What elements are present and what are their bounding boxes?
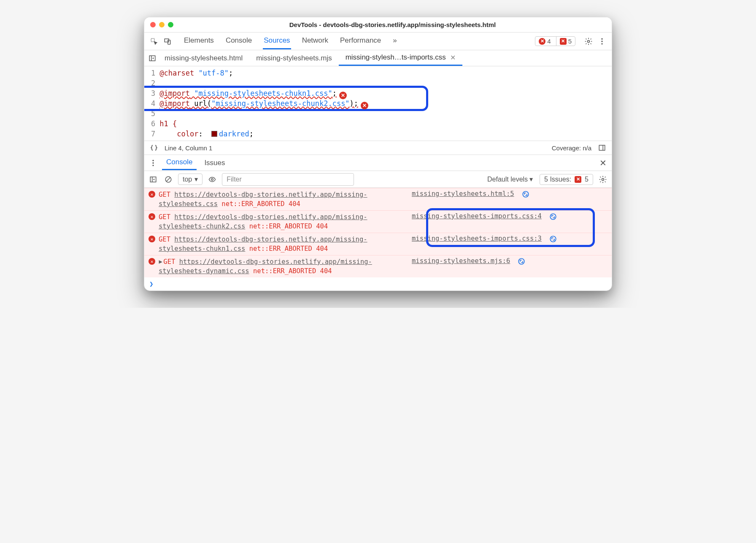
code-content[interactable]: @charset "utf-8"; @import "missing-style…: [159, 66, 612, 141]
close-tab-icon[interactable]: ✕: [450, 54, 456, 62]
svg-point-14: [211, 178, 213, 180]
error-icon: ✕: [148, 191, 155, 198]
issues-button[interactable]: 5 Issues: ✕ 5: [540, 174, 593, 185]
svg-point-10: [152, 162, 154, 163]
device-toolbar-icon[interactable]: [162, 36, 173, 47]
error-icon: ✕: [148, 236, 155, 242]
more-tabs-button[interactable]: »: [392, 33, 397, 49]
close-drawer-icon[interactable]: ✕: [597, 157, 608, 168]
pretty-print-icon[interactable]: [148, 142, 159, 153]
expand-icon[interactable]: ▶: [159, 258, 162, 266]
devtools-window: DevTools - devtools-dbg-stories.netlify.…: [144, 17, 612, 291]
tab-performance[interactable]: Performance: [339, 33, 382, 49]
svg-point-4: [601, 38, 602, 39]
issue-icon: ✕: [560, 38, 567, 45]
console-toolbar: top ▾ Filter Default levels ▾ 5 Issues: …: [144, 171, 612, 188]
main-toolbar: Elements Console Sources Network Perform…: [144, 33, 612, 50]
filter-input[interactable]: Filter: [222, 173, 354, 186]
tab-sources[interactable]: Sources: [263, 33, 291, 49]
svg-point-9: [152, 160, 154, 161]
svg-point-17: [550, 214, 556, 220]
live-expression-icon[interactable]: [207, 174, 218, 185]
svg-point-5: [601, 41, 602, 42]
minimize-window-button[interactable]: [159, 22, 165, 27]
console-error-row[interactable]: ✕ GET https://devtools-dbg-stories.netli…: [144, 233, 612, 255]
console-error-row[interactable]: ✕ GET https://devtools-dbg-stories.netli…: [144, 188, 612, 210]
show-navigator-icon[interactable]: [147, 53, 158, 64]
error-icon: ✕: [539, 38, 545, 45]
traffic-lights: [150, 22, 173, 27]
console-settings-icon[interactable]: [597, 174, 608, 185]
svg-point-19: [519, 258, 525, 264]
tab-elements[interactable]: Elements: [183, 33, 215, 49]
more-menu-icon[interactable]: [597, 36, 608, 47]
error-icon: ✕: [148, 213, 155, 220]
chevron-down-icon: ▾: [529, 175, 533, 183]
color-swatch[interactable]: [211, 131, 217, 137]
refresh-icon[interactable]: [549, 235, 557, 253]
console-messages: ✕ GET https://devtools-dbg-stories.netli…: [144, 188, 612, 277]
cursor-position: Line 4, Column 1: [165, 144, 212, 152]
tab-console[interactable]: Console: [225, 33, 253, 49]
main-tabs: Elements Console Sources Network Perform…: [183, 33, 398, 49]
console-prompt[interactable]: ❯: [144, 277, 612, 291]
console-sidebar-icon[interactable]: [148, 174, 159, 185]
svg-point-11: [152, 165, 154, 166]
context-selector[interactable]: top ▾: [178, 174, 202, 185]
coverage-status: Coverage: n/a: [552, 144, 591, 152]
svg-point-6: [601, 43, 602, 44]
drawer-tab-issues[interactable]: Issues: [200, 156, 229, 170]
console-error-row[interactable]: ✕ GET https://devtools-dbg-stories.netli…: [144, 210, 612, 233]
console-error-row[interactable]: ✕ ▶GET https://devtools-dbg-stories.netl…: [144, 255, 612, 277]
line-gutter: 1234567: [144, 66, 159, 141]
refresh-icon[interactable]: [522, 190, 529, 209]
error-icon: ✕: [148, 258, 155, 265]
file-tab-css[interactable]: missing-stylesh…ts-imports.css✕: [339, 50, 462, 66]
svg-rect-8: [599, 145, 605, 150]
sidebar-toggle-icon[interactable]: [597, 142, 608, 153]
issue-icon: ✕: [575, 176, 581, 183]
refresh-icon[interactable]: [518, 258, 525, 276]
source-link[interactable]: missing-stylesheets.mjs:6: [412, 257, 510, 276]
window-title: DevTools - devtools-dbg-stories.netlify.…: [179, 21, 606, 28]
file-tabs: missing-stylesheets.html missing-stylesh…: [144, 50, 612, 66]
log-levels-selector[interactable]: Default levels ▾: [485, 174, 535, 185]
drawer-menu-icon[interactable]: [148, 157, 159, 168]
titlebar: DevTools - devtools-dbg-stories.netlify.…: [144, 17, 612, 33]
error-badges: ✕4 ✕5: [535, 36, 575, 46]
close-window-button[interactable]: [150, 22, 156, 27]
source-link[interactable]: missing-stylesheets-imports.css:4: [412, 212, 542, 231]
code-editor[interactable]: 1234567 @charset "utf-8"; @import "missi…: [144, 66, 612, 141]
svg-point-18: [550, 236, 556, 242]
refresh-icon[interactable]: [549, 213, 557, 231]
tab-network[interactable]: Network: [301, 33, 329, 49]
svg-point-16: [523, 191, 529, 197]
settings-icon[interactable]: [583, 36, 594, 47]
errors-badge[interactable]: ✕4: [535, 37, 554, 46]
drawer-tabs: Console Issues ✕: [144, 155, 612, 171]
maximize-window-button[interactable]: [168, 22, 173, 27]
issues-badge[interactable]: ✕5: [556, 37, 575, 46]
file-tab-html[interactable]: missing-stylesheets.html: [158, 51, 249, 65]
file-tab-mjs[interactable]: missing-stylesheets.mjs: [249, 51, 339, 65]
source-link[interactable]: missing-stylesheets-imports.css:3: [412, 235, 542, 253]
chevron-down-icon: ▾: [194, 175, 198, 183]
editor-status-bar: Line 4, Column 1 Coverage: n/a: [144, 141, 612, 155]
svg-point-3: [588, 40, 590, 42]
source-link[interactable]: missing-stylesheets.html:5: [412, 190, 514, 209]
svg-point-15: [602, 178, 604, 180]
inspect-element-icon[interactable]: [148, 36, 159, 47]
clear-console-icon[interactable]: [163, 174, 174, 185]
drawer-tab-console[interactable]: Console: [162, 155, 197, 170]
